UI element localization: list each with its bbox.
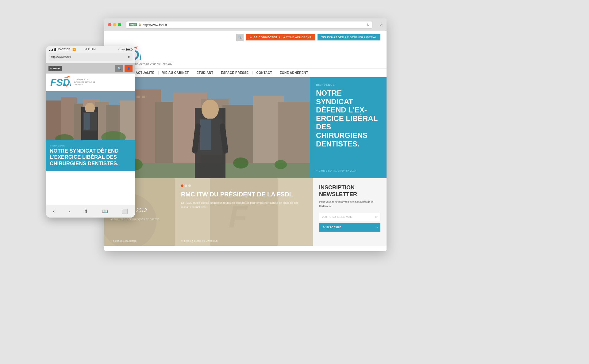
maximize-traffic-light[interactable]	[118, 23, 121, 26]
signal-5	[55, 48, 56, 51]
email-icon: ✉	[375, 215, 378, 218]
site-hero: BIENVENUE NOTRE SYNDICAT DÉFEND L'EX-ERC…	[104, 77, 387, 178]
bookmarks-button[interactable]: 📖	[102, 208, 108, 214]
hero-bg-svg	[104, 77, 310, 178]
svg-point-27	[233, 157, 248, 169]
mobile-logo-svg: FSDL ↺	[50, 76, 71, 88]
traffic-lights	[108, 23, 121, 26]
minimize-traffic-light[interactable]	[113, 23, 116, 26]
mobile-nav-bar: ≡ MENU 🔍 👤	[46, 63, 135, 74]
dot-2	[185, 184, 187, 187]
mobile-website-content: FSDL ↺ FÉDÉRATION DES SYNDICATS DENTAIRE…	[46, 74, 135, 205]
telecharger-button[interactable]: TÉLÉCHARGER LE DERNIER LIBÉRAL	[318, 34, 380, 40]
forward-button[interactable]: ›	[68, 209, 70, 214]
status-right: * 22%	[118, 48, 132, 51]
mobile-search-button[interactable]: 🔍	[115, 65, 123, 72]
hero-read-link[interactable]: ≡ LIRE L'ÉDITO, JANVIER 2014	[316, 169, 380, 172]
chevron-right-icon: ›	[377, 226, 378, 229]
connect-button[interactable]: ⚠ SE CONNECTER À LA ZONE ADHÉRENT	[246, 34, 315, 40]
newsletter-submit-button[interactable]: S'INSCRIRE ›	[319, 223, 380, 232]
url-text: http://www.fsdl.fr	[143, 23, 167, 27]
search-button[interactable]: 🔍	[236, 34, 244, 41]
signal-icon	[49, 48, 56, 51]
svg-rect-23	[200, 119, 211, 150]
hero-panel: BIENVENUE NOTRE SYNDICAT DÉFEND L'EX-ERC…	[310, 77, 387, 178]
mobile-search-icon: 🔍	[117, 67, 121, 70]
site-topbar: 🔍 ⚠ SE CONNECTER À LA ZONE ADHÉRENT TÉLÉ…	[104, 31, 387, 44]
scene: https 🔒 http://www.fsdl.fr ↻ ⤢ 🔍 ⚠ SE CO…	[0, 0, 589, 364]
mobile-bottom-toolbar: ‹ › ⬆ 📖 ⬜	[46, 205, 135, 218]
signal-4	[54, 48, 55, 51]
url-bar[interactable]: https 🔒 http://www.fsdl.fr ↻	[126, 21, 372, 28]
mobile-refresh-icon[interactable]: ↻	[128, 55, 130, 59]
hero-image	[104, 77, 310, 178]
telecharger-suffix: LE DERNIER LIBÉRAL	[345, 36, 377, 39]
hamburger-icon: ≡	[50, 67, 52, 70]
mobile-logo: FSDL ↺	[50, 76, 71, 89]
expand-icon[interactable]: ⤢	[380, 23, 383, 27]
site-nav: LA FSDL ACTUALITÉ VIE AU CABINET ETUDIAN…	[104, 68, 387, 77]
svg-point-21	[202, 100, 219, 119]
date-category: ACTUALITÉS, COMMUNIQUÉS DE PRESSE	[110, 218, 169, 220]
telecharger-label: TÉLÉCHARGER	[321, 36, 344, 39]
mobile-url-text: http://www.fsdl.fr	[51, 55, 71, 59]
desktop-browser: https 🔒 http://www.fsdl.fr ↻ ⤢ 🔍 ⚠ SE CO…	[104, 18, 387, 251]
nav-etudiant[interactable]: ETUDIANT	[193, 71, 218, 74]
menu-label: MENU	[53, 67, 60, 70]
signal-1	[49, 50, 50, 51]
wifi-icon: 📶	[72, 48, 76, 51]
mobile-logo-area[interactable]: FSDL ↺ FÉDÉRATION DES SYNDICATS DENTAIRE…	[46, 74, 135, 91]
mobile-hero-image	[46, 91, 135, 140]
newsletter-email-input[interactable]: VOTRE ADRESSE MAIL ✉	[319, 213, 380, 221]
mobile-menu-button[interactable]: ≡ MENU	[48, 66, 62, 71]
mobile-user-icon: 👤	[127, 67, 130, 70]
battery-percent: 22%	[120, 48, 125, 51]
article-title: RMC ITW DU PRÉSIDENT DE LA FSDL	[181, 191, 307, 198]
close-traffic-light[interactable]	[108, 23, 111, 26]
hero-bienvenue: BIENVENUE	[316, 83, 380, 86]
article-link[interactable]: ⊙ LIRE LA SUITE DE L'ARTICLE	[181, 240, 218, 242]
mobile-url-bar[interactable]: http://www.fsdl.fr ↻	[48, 53, 133, 61]
browser-chrome: https 🔒 http://www.fsdl.fr ↻ ⤢	[104, 18, 387, 31]
svg-line-25	[222, 126, 225, 151]
nav-espace-presse[interactable]: ESPACE PRESSE	[217, 71, 252, 74]
mobile-hero-bg	[46, 91, 135, 140]
connect-suffix: À LA ZONE ADHÉRENT	[279, 36, 311, 39]
nav-actualite[interactable]: ACTUALITÉ	[132, 71, 158, 74]
battery-icon	[126, 48, 132, 51]
mobile-tagline: FÉDÉRATION DES SYNDICATS DENTAIRES LIBÉR…	[74, 79, 95, 86]
newsletter: INSCRIPTION NEWSLETTER Pour vous tenir i…	[313, 178, 387, 246]
https-badge: https	[129, 23, 137, 26]
article-card: F RMC ITW DU PRÉSIDENT DE LA FSDL La FSD…	[175, 178, 313, 246]
svg-rect-51	[84, 113, 90, 130]
date-link-text: TOUTES LES ACTUS	[113, 240, 137, 242]
refresh-icon[interactable]: ↻	[367, 23, 370, 27]
date-link[interactable]: ≡ TOUTES LES ACTUS	[110, 240, 137, 242]
site-header: FSDL ↺ FÉDÉRATION DES SYNDICATS DENTAIRE…	[104, 44, 387, 68]
site-bottom: 18 Décembre, 2013 ACTUALITÉS, COMMUNIQUÉ…	[104, 178, 387, 246]
article-text: La FSDL étudie depuis longtemps toutes l…	[181, 201, 307, 209]
status-left: CARRIER 📶	[49, 48, 76, 51]
share-button[interactable]: ⬆	[84, 208, 88, 214]
newsletter-title: INSCRIPTION NEWSLETTER	[319, 184, 380, 198]
nav-contact[interactable]: CONTACT	[253, 71, 276, 74]
svg-rect-18	[142, 96, 145, 98]
dot-1	[181, 184, 183, 187]
svg-point-28	[275, 160, 287, 169]
tabs-button[interactable]: ⬜	[122, 208, 128, 214]
nav-zone-adherent[interactable]: ZONE ADHÉRENT	[276, 71, 312, 74]
svg-text:FSDL: FSDL	[50, 77, 71, 88]
back-button[interactable]: ‹	[53, 209, 55, 214]
newsletter-btn-label: S'INSCRIRE	[323, 226, 341, 229]
mobile-browser: CARRIER 📶 4:21 PM * 22% http://www.fsdl.…	[46, 46, 135, 218]
article-link-text: LIRE LA SUITE DE L'ARTICLE	[184, 240, 218, 242]
nav-vie-cabinet[interactable]: VIE AU CABINET	[159, 71, 193, 74]
article-dots	[181, 184, 307, 187]
mobile-time: 4:21 PM	[85, 48, 96, 51]
bluetooth-icon: *	[118, 48, 119, 51]
lock-icon: 🔒	[138, 23, 141, 26]
svg-point-49	[85, 103, 95, 114]
mobile-user-button[interactable]: 👤	[125, 65, 133, 72]
mobile-status-bar: CARRIER 📶 4:21 PM * 22%	[46, 46, 135, 53]
dot-3	[188, 184, 191, 187]
